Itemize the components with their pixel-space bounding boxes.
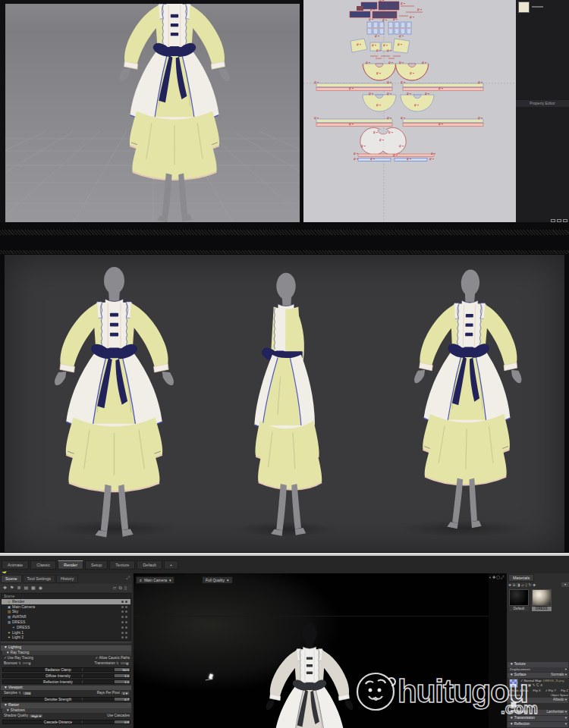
transmission-header[interactable]: ▼ Transmission▾ <box>508 716 568 721</box>
camera-dropdown[interactable]: ≡Main Camera▾ <box>136 576 174 584</box>
color-header[interactable]: ▼Albedo ▾ <box>508 698 568 703</box>
albedo-color-swatch[interactable] <box>511 701 517 708</box>
spinner-icon[interactable]: ⇅ <box>18 691 21 695</box>
tab-add[interactable]: + <box>164 560 178 570</box>
space-checkboxes-row: Separate Z Object Space <box>508 693 568 697</box>
tree-row-light1[interactable]: ✦Light 1 <box>2 630 130 635</box>
samples-spinner[interactable]: Samples ⇅ 256 <box>4 691 32 695</box>
tree-row-dress[interactable]: ▦DRESS <box>2 620 130 625</box>
diffuse-intensity-slider[interactable]: Diffuse Intensity1.0 <box>2 673 130 678</box>
spinner-icon[interactable]: ⇅ <box>18 661 21 665</box>
surface-header[interactable]: ▼ SurfaceNormals ▾ <box>508 673 568 678</box>
tree-row-dress-child[interactable]: ✦DRESS <box>2 625 130 630</box>
material-label-dress[interactable]: DRESS <box>532 607 552 611</box>
flip-z-checkbox[interactable]: Flip Z <box>561 689 568 692</box>
object-space-checkbox[interactable]: Object Space <box>551 693 568 697</box>
tree-row-scene[interactable]: Scene <box>2 594 130 599</box>
layout-split-icon[interactable] <box>557 219 561 222</box>
albedo-dropdown[interactable]: Albedo ▾ <box>553 698 567 703</box>
fabric-swatch[interactable] <box>518 2 530 13</box>
light-gizmo[interactable] <box>209 674 213 679</box>
rays-per-pixel-dropdown[interactable]: Rays Per Pixel 1 ▾ <box>97 691 130 695</box>
flip-x-checkbox[interactable]: Flip X <box>533 689 541 692</box>
diffusion-mode-dropdown[interactable]: Lambertian ▾ <box>546 710 567 715</box>
tab-scene[interactable]: Scene <box>1 575 22 583</box>
tab-history[interactable]: History <box>56 575 78 583</box>
pattern-piece-bodice-small <box>351 39 410 58</box>
flip-y-checkbox[interactable]: ✓Flip Y <box>545 689 556 692</box>
3d-viewport[interactable] <box>5 4 300 222</box>
tab-default[interactable]: Default <box>137 560 162 570</box>
top-section: Property Editor <box>0 0 569 235</box>
use-ray-tracing-checkbox[interactable]: ✓Use Ray Tracing <box>4 656 33 661</box>
property-editor-header[interactable]: Property Editor <box>516 100 569 107</box>
render-viewport[interactable]: ≡Main Camera▾ Full Quality▾ <box>134 573 489 728</box>
shadow-quality-row: Shadow Quality High ▾ Use Cascades <box>2 714 130 718</box>
caustic-paths-checkbox[interactable]: ✓Allow Caustic Paths <box>96 656 130 661</box>
layout-single-icon[interactable] <box>551 219 555 222</box>
diffusion-header[interactable]: ▼ DiffusionLambertian ▾ <box>508 710 568 715</box>
panel-expand-icon[interactable]: ⤢ <box>126 576 130 581</box>
raster-header[interactable]: ▼ Raster <box>1 703 131 708</box>
light-icon: ✦ <box>8 635 11 641</box>
scale-bias-checkbox[interactable]: ✓Scale & Bias <box>508 689 528 692</box>
viewport-header[interactable]: ▼ Viewport <box>1 686 131 691</box>
layout-quad-icon[interactable] <box>563 219 567 222</box>
tree-row-sky[interactable]: ▨Sky <box>2 609 130 614</box>
material-label-default[interactable]: Default <box>509 607 529 611</box>
displacement-row[interactable]: Displacement▾ <box>508 667 568 672</box>
spinner-icon[interactable]: ⇅ <box>116 661 119 665</box>
tree-row-avatar[interactable]: ▦AVATAR <box>2 614 130 620</box>
texture-header[interactable]: ▼ Texture <box>508 662 568 667</box>
separate-z-checkbox[interactable]: Separate Z <box>508 693 523 697</box>
tab-tool-settings[interactable]: Tool Settings <box>23 575 56 583</box>
tab-materials[interactable]: Materials <box>508 574 534 582</box>
dress-mannequin-3d[interactable] <box>102 4 247 222</box>
denoise-strength-slider[interactable]: Denoise Strength0.7 <box>2 697 130 701</box>
viewport-gutter: ◐✥▢⤢ <box>489 573 507 728</box>
tree-row-light2[interactable]: ✦Light 2 <box>2 635 130 640</box>
use-cascades-checkbox[interactable]: Use Cascades <box>107 714 130 718</box>
scene-toolbar-icons[interactable]: ✚⚑≣▤▦◉ <box>3 584 46 592</box>
shadow-quality-dropdown[interactable]: Shadow Quality High ▾ <box>4 714 43 718</box>
chevron-down-icon: ▾ <box>227 577 229 583</box>
viewport-topline <box>134 616 489 617</box>
outliner-scrollbar[interactable] <box>1 642 131 643</box>
tab-texture[interactable]: Texture <box>109 560 135 570</box>
normal-map-row[interactable]: ✓Normal Map: DRESS_N.png <box>520 679 564 682</box>
bottom-main-area: Scene Tool Settings History ⤢ ✚⚑≣▤▦◉ ▱⧉▯… <box>0 573 569 728</box>
pattern-piece-cuffs <box>367 19 411 37</box>
tab-classic[interactable]: Classic <box>30 560 56 570</box>
tree-row-main-camera[interactable]: ▣Main Camera <box>2 604 130 610</box>
lighting-header[interactable]: ▼ Lighting <box>1 645 131 651</box>
tree-row-render[interactable]: ◎Render <box>2 599 130 604</box>
transmission-spinner[interactable]: Transmission ⇅ 6 <box>95 661 130 666</box>
shadows-header[interactable]: ▼ Shadows <box>2 708 131 713</box>
top-bottom-hatch <box>0 230 569 235</box>
radiance-clamp-slider[interactable]: Radiance Clamp50.0 <box>2 667 130 672</box>
check-icon: ✓ <box>520 679 523 682</box>
ray-tracing-header[interactable]: ▼ Ray Tracing <box>2 651 131 655</box>
samples-row: Samples ⇅ 256 Rays Per Pixel 1 ▾ <box>2 691 130 695</box>
normal-map-thumbnail[interactable] <box>509 679 518 688</box>
reflection-header[interactable]: ▼ Reflection▾ <box>508 722 568 727</box>
flip-checkboxes-row: ✓Scale & Bias Flip X ✓Flip Y Flip Z <box>508 689 568 692</box>
material-thumb-dress[interactable] <box>532 589 552 606</box>
scene-toolbar-file-icons[interactable]: ▱⧉▯ <box>113 584 129 592</box>
tab-render[interactable]: Render <box>58 560 83 570</box>
tab-setup[interactable]: Setup <box>85 560 108 570</box>
pattern-editor[interactable] <box>303 0 516 222</box>
viewport-display-icons[interactable]: ◐✥▢⤢ <box>489 575 505 580</box>
material-thumb-default[interactable] <box>509 589 529 606</box>
normals-mode-dropdown[interactable]: Normals ▾ <box>551 673 567 678</box>
materials-toolbar-icons[interactable]: ⊕⧉◨▱▯↻◈ <box>508 582 567 588</box>
bounces-spinner[interactable]: Bounces ⇅ 1 <box>4 661 32 666</box>
chevron-down-icon: ▾ <box>565 667 567 672</box>
materials-view-dropdown[interactable]: ▾ <box>561 582 569 587</box>
cascade-distance-slider[interactable]: Cascade Distance0.8 <box>2 720 130 724</box>
scene-outliner[interactable]: Scene ◎Render ▣Main Camera ▨Sky ▦AVATAR … <box>1 593 131 641</box>
check-icon: ✓ <box>96 656 99 660</box>
normal-map-tool-icons[interactable]: ⚙⌕▣✎C✕ <box>520 683 544 687</box>
reflection-intensity-slider[interactable]: Reflection Intensity1.0 <box>2 679 130 684</box>
quality-dropdown[interactable]: Full Quality▾ <box>202 576 233 584</box>
